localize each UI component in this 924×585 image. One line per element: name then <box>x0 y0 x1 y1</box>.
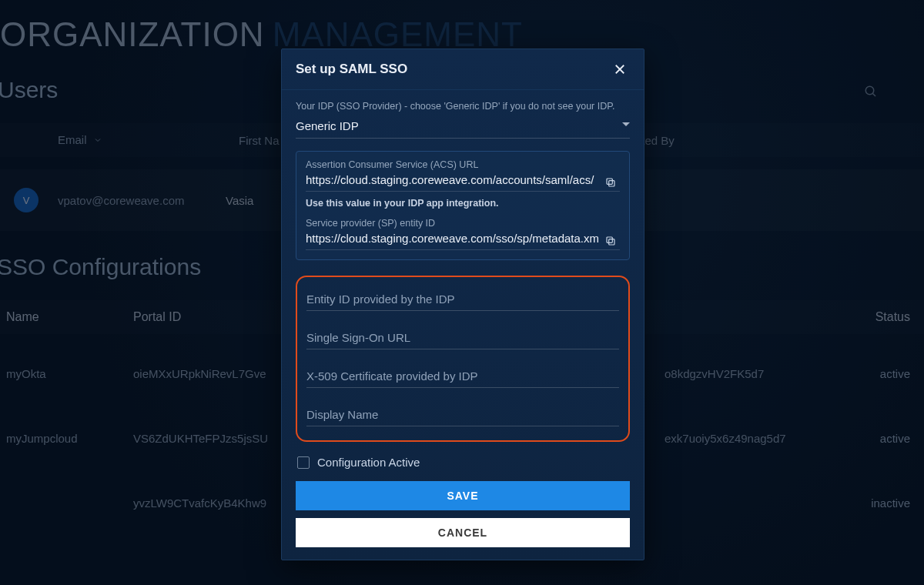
x509-cert-input[interactable] <box>306 365 619 388</box>
acs-value: https://cloud.staging.coreweave.com/acco… <box>306 172 620 192</box>
modal-body: Your IDP (SSO Provider) - choose 'Generi… <box>282 90 644 560</box>
acs-hint: Use this value in your IDP app integrati… <box>306 198 620 209</box>
display-name-input[interactable] <box>306 403 619 426</box>
copy-acs-button[interactable] <box>601 173 620 192</box>
svg-rect-6 <box>609 239 614 245</box>
svg-rect-4 <box>609 181 614 186</box>
svg-rect-5 <box>607 179 612 184</box>
copy-icon <box>604 235 617 247</box>
close-icon <box>613 62 627 76</box>
cancel-button[interactable]: CANCEL <box>296 518 630 547</box>
idp-input-highlight <box>296 276 630 442</box>
page-root: ORGANIZATIONMANAGEMENT Users Email First… <box>0 0 924 585</box>
copy-icon <box>604 176 617 189</box>
modal-header: Set up SAML SSO <box>282 49 644 90</box>
save-button[interactable]: SAVE <box>296 481 630 510</box>
configuration-active-row[interactable]: Configuration Active <box>297 456 630 469</box>
sp-value: https://cloud.staging.coreweave.com/sso/… <box>306 230 620 250</box>
idp-select[interactable]: Generic IDP <box>296 116 630 139</box>
modal-title: Set up SAML SSO <box>296 62 407 77</box>
sp-label: Service provider (SP) entity ID <box>306 218 620 229</box>
acs-url-block: Assertion Consumer Service (ACS) URL htt… <box>306 159 620 209</box>
idp-picker-label: Your IDP (SSO Provider) - choose 'Generi… <box>296 101 630 112</box>
configuration-active-checkbox[interactable] <box>297 456 310 469</box>
entity-id-input[interactable] <box>306 288 619 311</box>
caret-down-icon <box>622 122 630 126</box>
configuration-active-label: Configuration Active <box>317 456 420 469</box>
saml-sso-modal: Set up SAML SSO Your IDP (SSO Provider) … <box>281 48 644 560</box>
close-button[interactable] <box>610 59 630 79</box>
sp-info-box: Assertion Consumer Service (ACS) URL htt… <box>296 151 630 260</box>
acs-label: Assertion Consumer Service (ACS) URL <box>306 159 620 170</box>
copy-sp-button[interactable] <box>601 232 620 250</box>
idp-select-value: Generic IDP <box>296 119 359 132</box>
sp-entity-block: Service provider (SP) entity ID https://… <box>306 218 620 250</box>
sso-url-input[interactable] <box>306 326 619 349</box>
svg-rect-7 <box>607 237 612 242</box>
